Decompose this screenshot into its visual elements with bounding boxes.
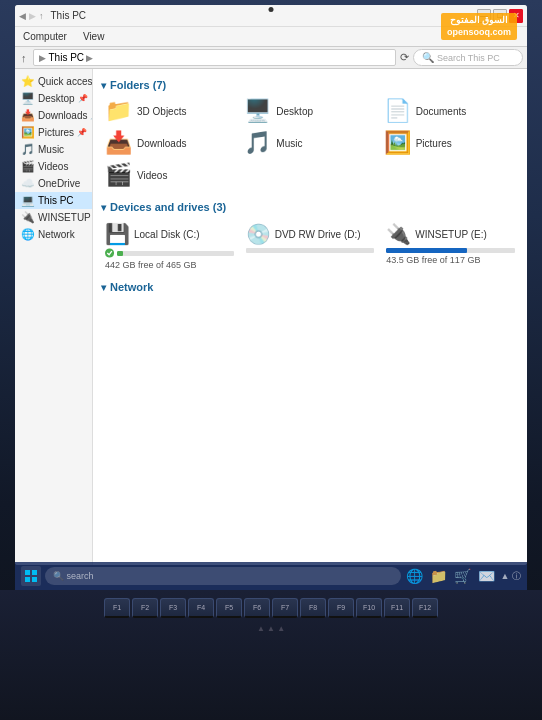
svg-point-0 xyxy=(105,248,114,257)
breadcrumb: ◀ ▶ ↑ This PC xyxy=(19,10,86,21)
drives-section-header: Devices and drives (3) xyxy=(101,201,519,213)
videos-icon: 🎬 xyxy=(21,160,35,173)
sidebar-item-quick-access[interactable]: ⭐ Quick access xyxy=(15,73,92,90)
address-box[interactable]: ▶ This PC ▶ xyxy=(33,49,397,66)
key-f7[interactable]: F7 xyxy=(272,598,298,618)
search-placeholder: Search This PC xyxy=(437,53,500,63)
keyboard-decoration: ▲ ▲ ▲ xyxy=(257,624,285,633)
folders-section-label: Folders (7) xyxy=(110,79,166,91)
taskbar-icon-store[interactable]: 🛒 xyxy=(453,566,473,586)
key-f12[interactable]: F12 xyxy=(412,598,438,618)
sidebar-item-winsetup[interactable]: 🔌 WINSETUP (E:) xyxy=(15,209,92,226)
folder-pictures[interactable]: 🖼️ Pictures xyxy=(380,129,519,157)
folders-grid: 📁 3D Objects 🖥️ Desktop 📄 Documents 📥 Do… xyxy=(101,97,519,189)
sidebar-item-onedrive[interactable]: ☁️ OneDrive xyxy=(15,175,92,192)
sidebar-item-pictures[interactable]: 🖼️ Pictures 📌 xyxy=(15,124,92,141)
folder-3d-objects[interactable]: 📁 3D Objects xyxy=(101,97,240,125)
drive-d-top: 💿 DVD RW Drive (D:) xyxy=(246,222,361,246)
taskbar-right: ▲ ⓘ xyxy=(501,570,521,583)
taskbar-search[interactable]: 🔍 search xyxy=(45,567,401,585)
back-icon[interactable]: ◀ xyxy=(19,11,26,21)
folder-desktop-label: Desktop xyxy=(276,106,313,117)
sidebar-item-downloads[interactable]: 📥 Downloads 📌 xyxy=(15,107,92,124)
key-f3[interactable]: F3 xyxy=(160,598,186,618)
taskbar-icon-mail[interactable]: ✉️ xyxy=(477,566,497,586)
drive-dvd-d[interactable]: 💿 DVD RW Drive (D:) xyxy=(242,219,379,273)
drives-grid: 💾 Local Disk (C:) 4 xyxy=(101,219,519,273)
folder-pictures-icon: 🖼️ xyxy=(384,132,411,154)
drive-e-label: WINSETUP (E:) xyxy=(415,229,486,240)
key-f5[interactable]: F5 xyxy=(216,598,242,618)
taskbar-time: ▲ ⓘ xyxy=(501,570,521,583)
key-f11[interactable]: F11 xyxy=(384,598,410,618)
drive-e-top: 🔌 WINSETUP (E:) xyxy=(386,222,486,246)
key-f1[interactable]: F1 xyxy=(104,598,130,618)
search-box[interactable]: 🔍 Search This PC xyxy=(413,49,523,66)
folder-music-label: Music xyxy=(276,138,302,149)
up-icon[interactable]: ↑ xyxy=(39,11,44,21)
pin-icon-pic: 📌 xyxy=(77,128,87,137)
key-f10[interactable]: F10 xyxy=(356,598,382,618)
drive-e-bar xyxy=(386,248,467,253)
folder-documents-icon: 📄 xyxy=(384,100,411,122)
drive-c-label: Local Disk (C:) xyxy=(134,229,200,240)
music-icon: 🎵 xyxy=(21,143,35,156)
this-pc-icon: 💻 xyxy=(21,194,35,207)
folder-downloads[interactable]: 📥 Downloads xyxy=(101,129,240,157)
sidebar-item-this-pc[interactable]: 💻 This PC xyxy=(15,192,92,209)
folder-music[interactable]: 🎵 Music xyxy=(240,129,379,157)
forward-icon[interactable]: ▶ xyxy=(29,11,36,21)
drive-e-icon: 🔌 xyxy=(386,222,411,246)
watermark-line2: opensooq.com xyxy=(447,27,511,39)
folder-videos-label: Videos xyxy=(137,170,167,181)
sidebar-item-network[interactable]: 🌐 Network xyxy=(15,226,92,243)
key-f9[interactable]: F9 xyxy=(328,598,354,618)
onedrive-icon: ☁️ xyxy=(21,177,35,190)
folder-videos[interactable]: 🎬 Videos xyxy=(101,161,240,189)
webcam xyxy=(269,7,274,12)
svg-rect-2 xyxy=(32,570,37,575)
drive-c-progress xyxy=(117,251,234,256)
desktop-icon: 🖥️ xyxy=(21,92,35,105)
file-area: Folders (7) 📁 3D Objects 🖥️ Desktop 📄 Do… xyxy=(93,69,527,565)
sidebar-item-music[interactable]: 🎵 Music xyxy=(15,141,92,158)
ribbon-tab-view[interactable]: View xyxy=(79,30,109,43)
key-f8[interactable]: F8 xyxy=(300,598,326,618)
folder-desktop[interactable]: 🖥️ Desktop xyxy=(240,97,379,125)
keyboard-area: F1 F2 F3 F4 F5 F6 F7 F8 F9 F10 F11 F12 ▲… xyxy=(0,590,542,720)
main-content: ⭐ Quick access 🖥️ Desktop 📌 📥 Downloads … xyxy=(15,69,527,565)
drive-winsetup-e[interactable]: 🔌 WINSETUP (E:) 43.5 GB free of 117 GB xyxy=(382,219,519,273)
pictures-icon: 🖼️ xyxy=(21,126,35,139)
folder-documents[interactable]: 📄 Documents xyxy=(380,97,519,125)
drive-e-progress xyxy=(386,248,515,253)
folder-3d-label: 3D Objects xyxy=(137,106,186,117)
sidebar-item-videos[interactable]: 🎬 Videos xyxy=(15,158,92,175)
winsetup-icon: 🔌 xyxy=(21,211,35,224)
drive-d-label: DVD RW Drive (D:) xyxy=(275,229,361,240)
folder-documents-label: Documents xyxy=(416,106,467,117)
folder-downloads-label: Downloads xyxy=(137,138,186,149)
quick-access-icon: ⭐ xyxy=(21,75,35,88)
drive-c-free: 442 GB free of 465 GB xyxy=(105,260,197,270)
key-f2[interactable]: F2 xyxy=(132,598,158,618)
drive-local-c[interactable]: 💾 Local Disk (C:) 4 xyxy=(101,219,238,273)
taskbar-icon-browser[interactable]: 🌐 xyxy=(405,566,425,586)
address-text: This PC xyxy=(49,52,85,63)
network-section-label: Network xyxy=(110,281,153,293)
key-f4[interactable]: F4 xyxy=(188,598,214,618)
taskbar-search-placeholder: 🔍 search xyxy=(53,571,94,581)
nav-up-button[interactable]: ↑ xyxy=(19,52,29,64)
ribbon-tab-computer[interactable]: Computer xyxy=(19,30,71,43)
refresh-button[interactable]: ⟳ xyxy=(400,51,409,64)
drive-c-bar xyxy=(117,251,123,256)
drive-d-progress xyxy=(246,248,375,253)
start-button[interactable] xyxy=(21,566,41,586)
keyboard-fn-row: F1 F2 F3 F4 F5 F6 F7 F8 F9 F10 F11 F12 xyxy=(104,598,438,618)
sidebar-item-desktop[interactable]: 🖥️ Desktop 📌 xyxy=(15,90,92,107)
address-bar: ↑ ▶ This PC ▶ ⟳ 🔍 Search This PC xyxy=(15,47,527,69)
svg-rect-3 xyxy=(25,577,30,582)
watermark-line1: السوق المفتوح xyxy=(447,15,511,27)
key-f6[interactable]: F6 xyxy=(244,598,270,618)
drive-e-free: 43.5 GB free of 117 GB xyxy=(386,255,480,265)
taskbar-icon-files[interactable]: 📁 xyxy=(429,566,449,586)
